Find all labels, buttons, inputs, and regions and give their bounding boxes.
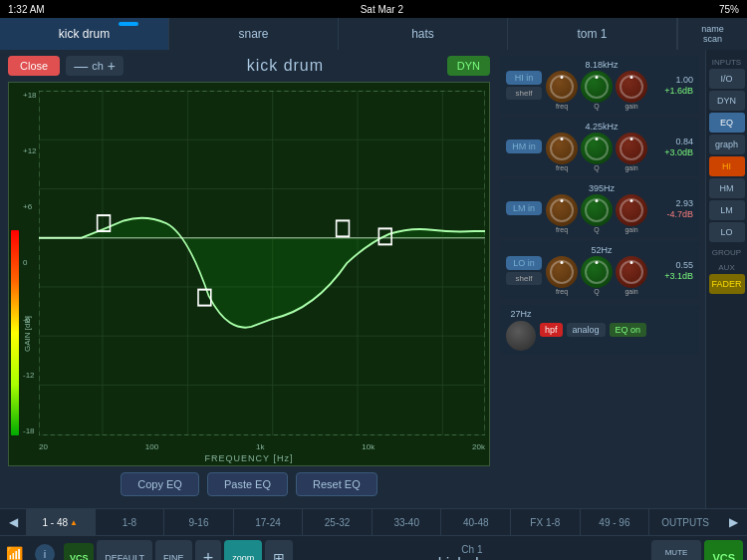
zoom-button[interactable]: zoom xyxy=(224,540,262,560)
hm-button[interactable]: HM xyxy=(709,178,745,198)
lo-in-button[interactable]: LO in xyxy=(506,256,542,270)
vcs-button[interactable]: VCS xyxy=(704,540,743,560)
eq-action-bar: Copy EQ Paste EQ Reset EQ xyxy=(8,466,490,502)
hpf-button[interactable]: hpf xyxy=(540,323,563,337)
lo-button[interactable]: LO xyxy=(709,222,745,242)
hm-freq-knob[interactable] xyxy=(546,133,578,164)
lo-q-value: 0.55 xyxy=(675,260,693,270)
hi-button[interactable]: HI xyxy=(709,156,745,176)
hi-freq: 8.18kHz xyxy=(546,60,657,70)
wifi-group: 📶 30 fps xyxy=(4,546,26,561)
lo-freq-knob[interactable] xyxy=(546,256,578,288)
hm-gain-knob[interactable] xyxy=(616,133,647,164)
hi-q-knob[interactable] xyxy=(581,71,613,103)
lo-q-knob[interactable] xyxy=(581,256,613,288)
lm-q-knob[interactable] xyxy=(581,194,613,226)
hi-freq-knob[interactable] xyxy=(546,71,578,103)
info-group: i 0.27 Ms xyxy=(31,544,59,561)
ch-next-button[interactable]: + xyxy=(108,58,116,74)
status-bar: 1:32 AM Sat Mar 2 75% xyxy=(0,0,747,18)
hi-band-row: HI in shelf 8.18kHz freq xyxy=(500,56,699,114)
group-label: GROUP xyxy=(712,248,741,257)
graph-button[interactable]: graph xyxy=(709,135,745,154)
eq-button[interactable]: EQ xyxy=(709,113,745,133)
y-axis-labels: +18 +12 +6 0 -6 -12 -18 xyxy=(23,91,37,435)
prev-nav-button[interactable]: ◀ xyxy=(0,509,26,535)
lm-button[interactable]: LM xyxy=(709,200,745,220)
lo-knob-group: freq Q gain xyxy=(546,256,657,295)
tab-25-32[interactable]: 25-32 xyxy=(303,509,373,535)
lm-gain-value: -4.7dB xyxy=(666,209,693,219)
close-button[interactable]: Close xyxy=(8,56,60,76)
hm-in-button[interactable]: HM in xyxy=(506,140,542,153)
outputs-tab[interactable]: OUTPUTS xyxy=(649,517,721,528)
reset-eq-button[interactable]: Reset EQ xyxy=(296,472,377,496)
ch-number-label: Ch 1 xyxy=(461,544,482,555)
hm-band-row: HM in 4.25kHz freq Q xyxy=(500,118,699,175)
hi-q-value: 1.00 xyxy=(675,75,693,85)
tab-hats[interactable]: hats xyxy=(339,18,508,50)
lm-q-value: 2.93 xyxy=(675,198,693,208)
lm-freq-knob[interactable] xyxy=(546,194,578,226)
hi-type-button[interactable]: shelf xyxy=(506,87,542,100)
ch-prev-button[interactable]: — xyxy=(74,58,88,74)
bottom-tabs: ◀ 1 - 48 ▲ 1-8 9-16 17-24 25-32 33-40 40… xyxy=(0,508,747,536)
hm-gain-value: +3.0dB xyxy=(664,147,693,157)
hm-q-knob[interactable] xyxy=(581,133,613,164)
name-scan-button[interactable]: name scan xyxy=(677,18,747,50)
lm-knob-group: freq Q gain xyxy=(546,194,657,233)
default-button[interactable]: DEFAULT xyxy=(97,540,152,560)
svg-rect-19 xyxy=(337,220,350,236)
hpf-freq: 27Hz xyxy=(510,309,531,319)
paste-eq-button[interactable]: Paste EQ xyxy=(207,472,288,496)
tab-40-48[interactable]: 40-48 xyxy=(441,509,511,535)
eq-panel: Close — ch + kick drum DYN +18 +12 +6 0 … xyxy=(0,50,496,508)
y-axis-title: GAIN [dB] xyxy=(23,316,32,352)
main-content: Close — ch + kick drum DYN +18 +12 +6 0 … xyxy=(0,50,747,508)
tab-33-40[interactable]: 33-40 xyxy=(373,509,442,535)
tab-9-16[interactable]: 9-16 xyxy=(164,509,234,535)
lo-gain-knob[interactable] xyxy=(616,256,647,288)
channel-name-display: kick drum xyxy=(438,555,506,561)
add-button[interactable]: + xyxy=(195,540,222,560)
analog-button[interactable]: analog xyxy=(567,323,606,337)
tab-tom1[interactable]: tom 1 xyxy=(508,18,677,50)
fader-button[interactable]: FADER xyxy=(709,274,745,294)
time-display: 1:32 AM xyxy=(8,4,45,15)
vcs-small-button[interactable]: VCS xyxy=(64,543,94,560)
date-display: Sat Mar 2 xyxy=(361,4,403,15)
hpf-knob[interactable] xyxy=(506,321,536,351)
hm-q-value: 0.84 xyxy=(675,137,693,146)
tab-1-48[interactable]: 1 - 48 ▲ xyxy=(26,509,96,535)
io-button[interactable]: I/O xyxy=(709,69,745,89)
next-nav-button[interactable]: ▶ xyxy=(721,509,747,535)
level-meter xyxy=(11,93,21,435)
fine-button[interactable]: FINE xyxy=(155,540,192,560)
wifi-icon: 📶 xyxy=(6,546,23,561)
tab-fx-1-8[interactable]: FX 1-8 xyxy=(511,509,581,535)
lo-type-button[interactable]: shelf xyxy=(506,272,542,285)
grid-button[interactable]: ⊞ xyxy=(265,540,293,560)
hi-in-button[interactable]: HI in xyxy=(506,71,542,85)
tab-49-96[interactable]: 49 - 96 xyxy=(581,509,650,535)
tab-1-8[interactable]: 1-8 xyxy=(96,509,165,535)
ch-label: ch xyxy=(92,60,104,72)
tab-bar: kick drum snare hats tom 1 name scan xyxy=(0,18,747,50)
lm-in-button[interactable]: LM in xyxy=(506,201,542,215)
lm-gain-knob[interactable] xyxy=(616,194,647,226)
dyn-sidebar-button[interactable]: DYN xyxy=(709,91,745,111)
lo-freq: 52Hz xyxy=(546,245,657,255)
dyn-button[interactable]: DYN xyxy=(447,56,490,76)
hi-gain-value: +1.6dB xyxy=(664,86,693,96)
tab-17-24[interactable]: 17-24 xyxy=(234,509,304,535)
eq-curve-svg xyxy=(39,91,485,435)
eq-on-button[interactable]: EQ on xyxy=(610,323,647,337)
eq-header: Close — ch + kick drum DYN xyxy=(8,56,490,76)
mute-groups-button[interactable]: MUTEGROUPS xyxy=(651,540,702,560)
eq-graph[interactable]: +18 +12 +6 0 -6 -12 -18 GAIN [dB] xyxy=(8,82,490,466)
hi-gain-knob[interactable] xyxy=(616,71,647,103)
info-button[interactable]: i xyxy=(35,544,55,561)
tab-kick-drum[interactable]: kick drum xyxy=(0,18,169,50)
tab-snare[interactable]: snare xyxy=(169,18,339,50)
copy-eq-button[interactable]: Copy EQ xyxy=(121,472,199,496)
